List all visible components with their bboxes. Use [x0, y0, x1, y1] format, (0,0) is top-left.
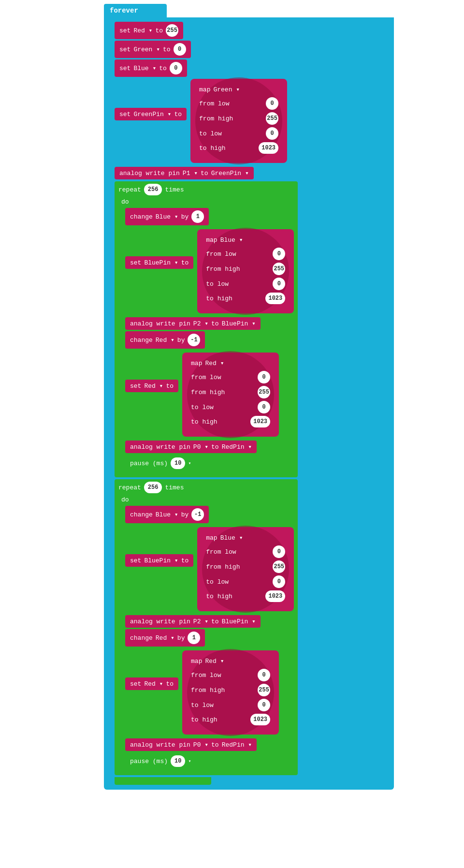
repeat1-count: 256 — [144, 184, 162, 195]
pause2-label: pause (ms) — [130, 758, 168, 765]
green-var[interactable]: Green ▾ — [133, 45, 160, 53]
map-b1-var[interactable]: Blue ▾ — [220, 236, 243, 244]
map-blue-2-popup: map Blue ▾ from low 0 from high 255 to — [197, 527, 294, 611]
map-green-popup: map Green ▾ from low 0 from high 255 to … — [190, 79, 287, 163]
green-to-high: 1023 — [259, 142, 278, 154]
change-r1-by: by — [177, 337, 185, 344]
set-label3: set — [119, 65, 130, 72]
map-red-1-popup: map Red ▾ from low 0 from high 255 to — [182, 353, 279, 437]
aw3-pin[interactable]: P0 ▾ — [193, 443, 208, 451]
b1-to-high-l: to high — [206, 295, 232, 302]
r1-from-high-v: 255 — [258, 386, 270, 398]
aw5-var[interactable]: RedPin ▾ — [222, 741, 252, 749]
red2-var[interactable]: Red ▾ — [144, 680, 163, 688]
b1-from-high-l: from high — [206, 265, 240, 273]
change-red-1-block: change Red ▾ by -1 — [125, 331, 205, 349]
set-green-block: set Green ▾ to 0 — [115, 41, 191, 58]
repeat1-label: repeat — [118, 186, 141, 193]
aw1-var[interactable]: GreenPin ▾ — [211, 169, 249, 177]
blue-value: 0 — [170, 62, 182, 74]
r1-from-low-l: from low — [191, 374, 221, 381]
repeat1-block: repeat 256 times — [118, 184, 184, 195]
r2-to-low-l: to low — [191, 702, 214, 709]
red-var[interactable]: Red ▾ — [133, 27, 152, 34]
aw3-var[interactable]: RedPin ▾ — [222, 443, 252, 451]
set-r2-label: set — [130, 680, 141, 688]
map-r1-var[interactable]: Red ▾ — [205, 359, 224, 367]
b2-to-high-v: 1023 — [265, 590, 285, 602]
analog-write-4-block: analog write pin P2 ▾ to BluePin ▾ — [125, 615, 261, 628]
to-low-label: to low — [199, 130, 222, 137]
set-label2: set — [119, 46, 130, 53]
map-r1-label: map — [191, 360, 202, 367]
aw5-to: to — [211, 741, 219, 749]
map-green-var[interactable]: Green ▾ — [213, 86, 240, 93]
aw2-var[interactable]: BluePin ▾ — [222, 320, 256, 327]
pause1-value: 10 — [171, 457, 185, 469]
bluepin2-var[interactable]: BluePin ▾ — [144, 557, 178, 564]
analog-write-5-block: analog write pin P0 ▾ to RedPin ▾ — [125, 738, 257, 751]
set-label: set — [119, 27, 130, 34]
r1-from-high-l: from high — [191, 389, 225, 396]
from-high-label: from high — [199, 115, 233, 122]
aw2-pin[interactable]: P2 ▾ — [193, 320, 208, 327]
change-b2-var[interactable]: Blue ▾ — [156, 511, 178, 518]
aw1-pin[interactable]: P1 ▾ — [183, 169, 198, 177]
from-low-label: from low — [199, 100, 229, 107]
map-b2-label: map — [206, 534, 217, 542]
set-label4: set — [119, 111, 130, 118]
to-label2: to — [163, 46, 171, 53]
repeat1-times: times — [165, 186, 184, 193]
r2-from-low-v: 0 — [258, 669, 270, 681]
aw4-to: to — [211, 618, 219, 625]
repeat2-count: 256 — [144, 482, 162, 493]
map-b2-var[interactable]: Blue ▾ — [220, 534, 243, 542]
set-red-block: set Red ▾ to 255 — [115, 22, 183, 39]
change1-value: 1 — [191, 210, 204, 223]
aw4-pin[interactable]: P2 ▾ — [193, 618, 208, 625]
set-bp1-label: set — [130, 259, 141, 266]
r1-from-low-v: 0 — [258, 371, 270, 383]
change-blue-1-block: change Blue ▾ by 1 — [125, 208, 209, 225]
bluepin1-var[interactable]: BluePin ▾ — [144, 259, 178, 266]
change-r2-value: 1 — [188, 632, 200, 644]
to-bp2-label: to — [181, 557, 189, 564]
analog-write-3-block: analog write pin P0 ▾ to RedPin ▾ — [125, 441, 257, 453]
green-to-low: 0 — [266, 127, 278, 140]
b1-to-low-v: 0 — [273, 278, 285, 290]
change-r1-value: -1 — [188, 334, 200, 346]
b1-from-high-v: 255 — [273, 263, 285, 275]
change-r1-var[interactable]: Red ▾ — [156, 336, 174, 344]
map-r2-var[interactable]: Red ▾ — [205, 657, 224, 665]
aw4-var[interactable]: BluePin ▾ — [222, 618, 256, 625]
change1-var[interactable]: Blue ▾ — [156, 213, 178, 221]
green-from-low: 0 — [266, 97, 278, 110]
b1-from-low-l: from low — [206, 250, 236, 258]
to-high-label: to high — [199, 145, 226, 152]
green-from-high: 255 — [266, 112, 278, 125]
set-bp2-label: set — [130, 557, 141, 564]
change-r1-label: change — [130, 337, 153, 344]
change-blue-2-block: change Blue ▾ by -1 — [125, 506, 209, 523]
red1-var[interactable]: Red ▾ — [144, 382, 163, 390]
r1-to-high-l: to high — [191, 418, 218, 426]
b1-to-high-v: 1023 — [265, 293, 285, 304]
aw5-label: analog write pin — [130, 741, 190, 749]
aw2-label: analog write pin — [130, 320, 190, 327]
red-value: 255 — [166, 24, 178, 37]
aw5-pin[interactable]: P0 ▾ — [193, 741, 208, 749]
change-r2-var[interactable]: Red ▾ — [156, 634, 174, 642]
change-r2-label: change — [130, 634, 153, 642]
b2-from-high-l: from high — [206, 563, 240, 571]
to-label3: to — [159, 65, 167, 72]
r1-to-high-v: 1023 — [250, 416, 270, 427]
b1-to-low-l: to low — [206, 280, 229, 288]
do2-label: do — [118, 495, 132, 504]
aw1-label: analog write pin — [119, 170, 180, 177]
map-r2-label: map — [191, 658, 202, 665]
forever-label: forever — [104, 4, 167, 17]
blue-var[interactable]: Blue ▾ — [133, 64, 156, 72]
set-red-2-block: set Red ▾ to — [125, 677, 178, 690]
greenpin-var[interactable]: GreenPin ▾ — [133, 110, 171, 118]
b2-to-low-l: to low — [206, 578, 229, 586]
